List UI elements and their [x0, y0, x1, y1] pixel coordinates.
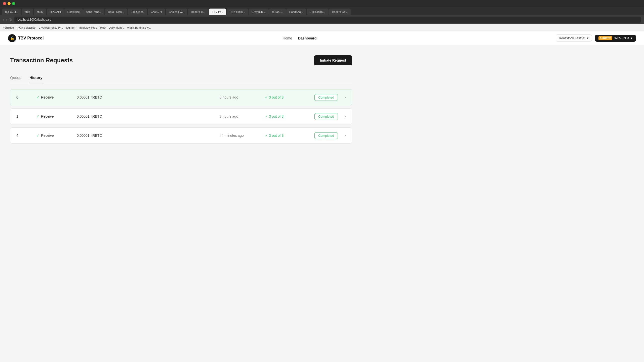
tbtc-balance: 0 tRBTC [598, 36, 612, 40]
tx-type-label: Receive [41, 133, 54, 138]
logo-icon: 🔒 [8, 34, 16, 42]
table-row: 4 ✓ Receive 0.00001 tRBTC 44 minutes ago… [10, 127, 352, 144]
tx-amount: 0.00001 tRBTC [77, 133, 220, 138]
browser-tab[interactable]: Hedera Tr... [188, 9, 208, 15]
tab-history[interactable]: History [29, 73, 43, 83]
wallet-address: 0x65...f19f [614, 36, 629, 40]
browser-tab[interactable]: ChatGPT [148, 9, 165, 15]
browser-tab[interactable]: study [34, 9, 46, 15]
check-icon: ✓ [265, 95, 268, 99]
browser-tab[interactable]: ETHGlobal... [307, 9, 329, 15]
app-header: 🔒 TBV Protocol Home Dashboard RootStock … [0, 31, 644, 45]
tx-time: 8 hours ago [220, 95, 265, 99]
tx-time: 44 minutes ago [220, 133, 265, 138]
network-label: RootStock Testnet [559, 36, 585, 40]
browser-tab[interactable]: Hedera Co... [329, 9, 351, 15]
nav-home[interactable]: Home [283, 36, 292, 40]
wallet-button[interactable]: 0 tRBTC 0x65...f19f ▾ [595, 35, 636, 42]
status-badge: Completed [314, 113, 338, 120]
bookmark-typing[interactable]: Typing practice [17, 26, 35, 29]
app-nav: Home Dashboard [283, 36, 316, 40]
bookmark-meet[interactable]: Meet - Daily Mum... [100, 26, 124, 29]
tx-status: Completed [305, 113, 338, 120]
bookmark-interview[interactable]: Interview Prep [79, 26, 97, 29]
chevron-down-icon: ▾ [587, 36, 589, 40]
tx-status: Completed [305, 132, 338, 139]
close-dot[interactable] [3, 2, 6, 5]
browser-tab[interactable]: 0 Saru... [269, 9, 286, 15]
transaction-list: 0 ✓ Receive 0.00001 tRBTC 8 hours ago ✓ … [10, 89, 352, 147]
initiate-request-button[interactable]: Initiate Request [314, 55, 352, 65]
tx-id: 1 [16, 114, 36, 118]
table-row: 0 ✓ Receive 0.00001 tRBTC 8 hours ago ✓ … [10, 89, 352, 105]
check-icon: ✓ [265, 114, 268, 118]
bookmark-youtube[interactable]: YouTube [3, 26, 14, 29]
tx-type: ✓ Receive [36, 133, 77, 138]
page-header: Transaction Requests Initiate Request [10, 55, 352, 65]
bookmarks-bar: YouTube Typing practice Cryptocurrency P… [0, 24, 644, 31]
back-button[interactable]: ‹ [3, 18, 4, 22]
receive-icon: ✓ [36, 95, 39, 99]
tx-type: ✓ Receive [36, 95, 77, 99]
main-content: Transaction Requests Initiate Request Qu… [0, 45, 362, 157]
app-name: TBV Protocol [18, 36, 44, 40]
address-bar[interactable]: localhost:3000/dashboard [14, 17, 641, 23]
bookmark-iub[interactable]: IUB IMP [66, 26, 76, 29]
browser-tab[interactable]: Chains | W... [166, 9, 187, 15]
receive-icon: ✓ [36, 133, 39, 138]
confirmations-text: 3 out of 3 [269, 95, 284, 99]
tx-confirmations: ✓ 3 out of 3 [265, 114, 305, 118]
browser-tab[interactable]: Grey mini... [249, 9, 269, 15]
check-icon: ✓ [265, 133, 268, 138]
browser-tabs-bar: Big-O, Li... prep study RPC API Rootstoc… [0, 7, 644, 15]
receive-icon: ✓ [36, 114, 39, 118]
status-badge: Completed [314, 94, 338, 101]
url-text: localhost:3000/dashboard [17, 18, 51, 21]
tx-status: Completed [305, 94, 338, 101]
tx-id: 4 [16, 133, 36, 138]
chevron-down-icon: ▾ [631, 36, 632, 40]
browser-tab-active[interactable]: TBV Pr... [209, 9, 226, 15]
tx-type-label: Receive [41, 114, 54, 118]
browser-toolbar: ‹ › ↻ localhost:3000/dashboard [0, 15, 644, 24]
nav-dashboard[interactable]: Dashboard [298, 36, 316, 40]
browser-tab[interactable]: Rootstock [64, 9, 83, 15]
tx-type: ✓ Receive [36, 114, 77, 118]
expand-button[interactable]: › [338, 114, 346, 119]
page-title: Transaction Requests [10, 57, 73, 64]
tx-time: 2 hours ago [220, 114, 265, 118]
app-logo: 🔒 TBV Protocol [8, 34, 44, 42]
expand-button[interactable]: › [338, 95, 346, 100]
browser-tab[interactable]: sendTrans... [83, 9, 105, 15]
browser-tab[interactable]: RSK explo... [227, 9, 248, 15]
browser-tab[interactable]: Data | Clou... [105, 9, 127, 15]
maximize-dot[interactable] [12, 2, 15, 5]
tx-amount: 0.00001 tRBTC [77, 114, 220, 118]
tx-id: 0 [16, 95, 36, 99]
tx-confirmations: ✓ 3 out of 3 [265, 133, 305, 138]
browser-tab[interactable]: Big-O, Li... [2, 9, 21, 15]
expand-button[interactable]: › [338, 133, 346, 138]
reload-button[interactable]: ↻ [9, 18, 12, 22]
bookmark-crypto[interactable]: Cryptocurrency Pr... [38, 26, 63, 29]
tabs: Queue History [10, 73, 352, 83]
tx-confirmations: ✓ 3 out of 3 [265, 95, 305, 99]
table-row: 1 ✓ Receive 0.00001 tRBTC 2 hours ago ✓ … [10, 108, 352, 124]
browser-tab[interactable]: RPC API [47, 9, 64, 15]
tx-type-label: Receive [41, 95, 54, 99]
confirmations-text: 3 out of 3 [269, 114, 284, 118]
confirmations-text: 3 out of 3 [269, 133, 284, 138]
browser-chrome [0, 0, 644, 7]
bookmark-vitalik[interactable]: Vitalik Buterin's w... [127, 26, 151, 29]
minimize-dot[interactable] [8, 2, 11, 5]
tab-queue[interactable]: Queue [10, 73, 21, 83]
tx-amount: 0.00001 tRBTC [77, 95, 220, 99]
forward-button[interactable]: › [6, 18, 8, 22]
browser-tab[interactable]: prep [22, 9, 33, 15]
header-right: RootStock Testnet ▾ 0 tRBTC 0x65...f19f … [556, 34, 636, 42]
status-badge: Completed [314, 132, 338, 139]
browser-tab[interactable]: HandSha... [286, 9, 306, 15]
browser-tab[interactable]: ETHGlobal [128, 9, 147, 15]
network-selector-button[interactable]: RootStock Testnet ▾ [556, 34, 592, 42]
